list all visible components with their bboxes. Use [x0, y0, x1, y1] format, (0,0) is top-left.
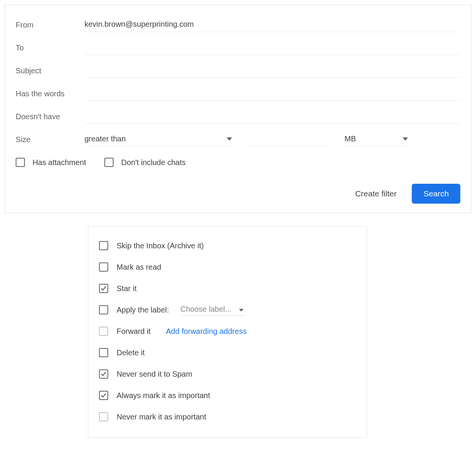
- has-attachment-checkbox[interactable]: Has attachment: [16, 158, 86, 167]
- checkbox-always-important[interactable]: [99, 391, 108, 400]
- caret-down-icon: [403, 137, 408, 141]
- size-value-input[interactable]: [249, 132, 329, 147]
- label-has-words: Has the words: [16, 89, 84, 98]
- create-filter-button[interactable]: Create filter: [355, 189, 397, 198]
- filter-panel: From To Subject Has the words Doesn't ha: [5, 5, 471, 213]
- caret-down-icon: [227, 137, 232, 141]
- label-doesnt-have: Doesn't have: [16, 112, 84, 121]
- action-bar: Create filter Search: [16, 184, 460, 204]
- action-label: Skip the Inbox (Archive it): [117, 241, 204, 250]
- choose-label-dropdown[interactable]: Choose label...: [180, 304, 245, 316]
- size-comparator-dropdown[interactable]: greater than: [84, 132, 234, 147]
- filter-actions-panel: Skip the Inbox (Archive it)Mark as readS…: [88, 226, 367, 438]
- row-subject: Subject: [16, 59, 460, 82]
- size-comparator-value: greater than: [84, 134, 227, 143]
- checkbox-star-it[interactable]: [99, 284, 108, 293]
- action-label: Never mark it as important: [117, 413, 206, 421]
- checkbox-never-spam[interactable]: [99, 369, 108, 379]
- no-chats-checkbox[interactable]: Don't include chats: [104, 158, 185, 167]
- size-unit-value: MB: [344, 134, 403, 143]
- checkbox-icon: [104, 158, 114, 167]
- action-label: Mark as read: [117, 263, 161, 272]
- action-option-delete-it: Delete it: [99, 342, 356, 363]
- has-attachment-label: Has attachment: [32, 158, 86, 167]
- label-from: From: [16, 21, 84, 29]
- action-label: Forward it: [117, 327, 151, 336]
- row-to: To: [16, 36, 460, 59]
- action-label: Never send it to Spam: [117, 370, 192, 379]
- action-option-mark-read: Mark as read: [99, 256, 356, 278]
- has-words-input[interactable]: [84, 86, 460, 101]
- row-doesnt-have: Doesn't have: [16, 105, 460, 128]
- action-option-never-spam: Never send it to Spam: [99, 363, 356, 385]
- checkbox-apply-label[interactable]: [99, 305, 108, 314]
- checkbox-delete-it[interactable]: [99, 348, 108, 357]
- action-label: Always mark it as important: [117, 391, 210, 400]
- from-input[interactable]: [84, 18, 460, 32]
- row-from: From: [16, 13, 460, 36]
- action-label: Delete it: [117, 348, 145, 357]
- no-chats-label: Don't include chats: [121, 158, 185, 167]
- to-input[interactable]: [84, 40, 460, 55]
- subject-input[interactable]: [84, 63, 460, 78]
- caret-down-icon: [239, 305, 244, 314]
- action-label: Star it: [117, 284, 136, 293]
- action-label: Apply the label:: [117, 306, 169, 314]
- checkbox-mark-read[interactable]: [99, 262, 108, 272]
- action-option-forward-it: Forward itAdd forwarding address: [99, 321, 356, 342]
- add-forwarding-address-link[interactable]: Add forwarding address: [166, 327, 247, 336]
- checkbox-never-important[interactable]: [99, 412, 108, 421]
- row-size: Size greater than MB: [16, 128, 460, 151]
- checkbox-icon: [16, 158, 25, 167]
- label-subject: Subject: [16, 66, 84, 75]
- size-unit-dropdown[interactable]: MB: [344, 132, 409, 147]
- label-size: Size: [16, 135, 84, 144]
- action-option-skip-inbox: Skip the Inbox (Archive it): [99, 235, 356, 256]
- action-option-never-important: Never mark it as important: [99, 406, 356, 427]
- action-option-always-important: Always mark it as important: [99, 385, 356, 406]
- row-has-words: Has the words: [16, 82, 460, 105]
- doesnt-have-input[interactable]: [84, 109, 460, 124]
- label-to: To: [16, 44, 84, 52]
- action-option-apply-label: Apply the label:Choose label...: [99, 299, 356, 321]
- choose-label-value: Choose label...: [180, 305, 231, 314]
- search-button[interactable]: Search: [412, 184, 460, 204]
- checkbox-skip-inbox[interactable]: [99, 241, 108, 250]
- checkbox-row: Has attachment Don't include chats: [16, 158, 460, 167]
- action-option-star-it: Star it: [99, 278, 356, 299]
- checkbox-forward-it[interactable]: [99, 327, 108, 336]
